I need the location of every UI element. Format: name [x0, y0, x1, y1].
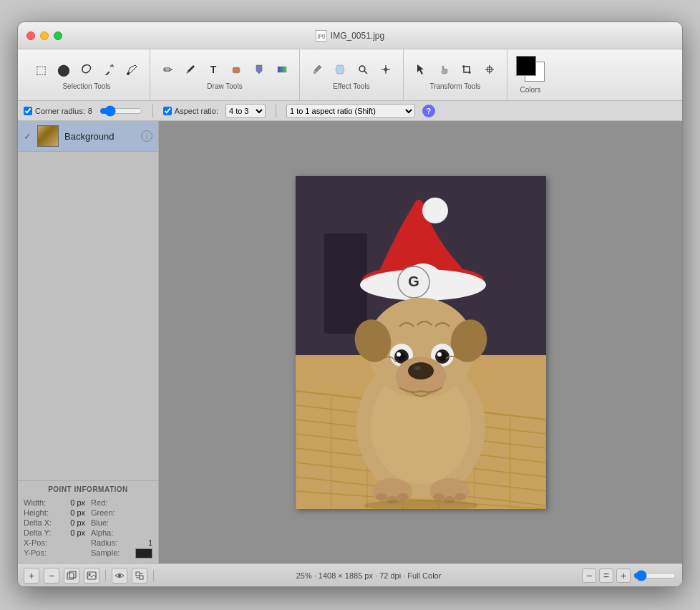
cursor-tool[interactable] — [411, 59, 431, 79]
arrange-button[interactable] — [132, 568, 147, 584]
blur-tool[interactable] — [330, 59, 350, 79]
green-row: Green: — [91, 508, 152, 518]
pencil-tool[interactable]: ✏ — [157, 59, 178, 79]
svg-point-51 — [437, 352, 442, 357]
main-area: ✓ Background i POINT INFORMATION Width: … — [18, 121, 682, 563]
height-label: Height: — [24, 508, 59, 517]
eyedropper-tool[interactable] — [307, 59, 327, 79]
text-tool[interactable]: T — [203, 59, 223, 79]
width-label: Width: — [24, 498, 59, 507]
duplicate-icon — [67, 571, 77, 581]
transform-tools-group: Transform Tools — [404, 49, 507, 100]
zoom-out-button[interactable]: − — [582, 568, 596, 583]
aspect-ratio-checkbox[interactable] — [163, 107, 172, 115]
svg-rect-70 — [140, 576, 143, 579]
zoom-in-button[interactable]: + — [616, 568, 631, 583]
draw-tools-label: Draw Tools — [207, 82, 242, 90]
svg-point-68 — [118, 574, 121, 577]
layers-sidebar: ✓ Background i POINT INFORMATION Width: … — [18, 121, 159, 563]
elliptical-select-tool[interactable]: ⬤ — [54, 59, 74, 79]
aspect-ratio-label: Aspect ratio: — [163, 107, 218, 115]
corner-radius-checkbox[interactable] — [24, 107, 32, 115]
minimize-button[interactable] — [40, 32, 49, 40]
magic-wand-icon — [104, 64, 115, 75]
crop-tool[interactable] — [457, 59, 477, 79]
canvas-area[interactable]: G — [159, 121, 682, 563]
point-info-panel: POINT INFORMATION Width: 0 px Height: 0 … — [18, 480, 158, 563]
delta-y-row: Delta Y: 0 px — [24, 528, 85, 538]
layer-visibility-check[interactable]: ✓ — [24, 131, 31, 142]
cursor-icon — [415, 64, 427, 75]
paintbrush-tool[interactable] — [180, 59, 200, 79]
delta-y-value: 0 px — [70, 528, 85, 537]
aspect-ratio-select[interactable]: 4 to 3 1 to 1 16 to 9 Free — [225, 104, 266, 118]
red-row: Red: — [91, 498, 152, 508]
green-label: Green: — [91, 508, 127, 517]
maximize-button[interactable] — [54, 32, 62, 40]
close-button[interactable] — [26, 32, 35, 40]
path-tool-icon — [127, 64, 138, 75]
svg-line-3 — [112, 64, 113, 66]
constraint-select[interactable]: 1 to 1 aspect ratio (Shift) Free aspect … — [286, 104, 415, 118]
pug-illustration: G — [296, 176, 546, 509]
add-layer-button[interactable]: + — [24, 568, 39, 584]
foreground-color-swatch[interactable] — [516, 56, 536, 76]
color-swatches[interactable] — [516, 56, 545, 82]
svg-point-54 — [414, 366, 421, 370]
svg-rect-64 — [67, 573, 74, 579]
zoom-fit-button[interactable]: = — [599, 568, 613, 583]
pencil-path-tool[interactable] — [122, 59, 142, 79]
layer-image-icon — [87, 571, 97, 581]
svg-rect-5 — [233, 67, 240, 73]
zoom-slider[interactable] — [633, 570, 676, 581]
point-info-title: POINT INFORMATION — [24, 485, 152, 493]
fill-tool[interactable] — [249, 59, 269, 79]
corner-radius-slider[interactable] — [99, 105, 142, 117]
shape-tool[interactable] — [226, 59, 246, 79]
svg-point-4 — [127, 72, 130, 75]
layer-info-button[interactable]: i — [141, 130, 152, 142]
status-info: 25% · 1408 × 1885 px · 72 dpi · Full Col… — [160, 571, 578, 580]
alpha-label: Alpha: — [91, 528, 127, 537]
divider-2 — [276, 105, 276, 117]
remove-layer-button[interactable]: − — [44, 568, 59, 584]
layer-image-button[interactable] — [84, 568, 99, 584]
hand-tool[interactable] — [434, 59, 454, 79]
svg-point-47 — [397, 352, 401, 357]
gradient-icon — [276, 64, 288, 75]
x-pos-label: X-Pos: — [24, 538, 59, 547]
rectangular-select-tool[interactable]: ⬚ — [31, 59, 51, 79]
file-type-icon: jpg — [316, 30, 327, 42]
options-bar: Corner radius: 8 Aspect ratio: 4 to 3 1 … — [18, 101, 682, 121]
colors-label: Colors — [520, 86, 541, 94]
gradient-tool[interactable] — [272, 59, 292, 79]
sample-swatch — [135, 548, 152, 558]
y-pos-label: Y-Pos: — [24, 548, 59, 557]
blue-label: Blue: — [91, 518, 127, 527]
transform-tool[interactable] — [480, 59, 500, 79]
layer-item[interactable]: ✓ Background i — [18, 121, 158, 152]
effect-tools-label: Effect Tools — [333, 82, 369, 90]
svg-rect-69 — [136, 572, 140, 576]
magic-wand-tool[interactable] — [99, 59, 120, 79]
delta-x-value: 0 px — [70, 518, 85, 527]
sample-row: Sample: — [91, 548, 152, 559]
x-pos-row: X-Pos: — [24, 538, 85, 548]
radius-label: Radius: — [91, 538, 127, 547]
eye-icon — [115, 571, 125, 581]
eye-toggle-button[interactable] — [112, 568, 127, 584]
delta-x-label: Delta X: — [24, 518, 59, 527]
crosshair-icon — [380, 64, 392, 75]
crosshair-tool[interactable] — [376, 59, 396, 79]
duplicate-layer-button[interactable] — [64, 568, 79, 584]
svg-point-59 — [397, 493, 409, 500]
zoom-tool[interactable] — [353, 59, 373, 79]
svg-rect-6 — [278, 67, 286, 72]
crop-icon — [461, 64, 472, 75]
help-button[interactable]: ? — [422, 105, 435, 117]
paintbrush-icon — [185, 64, 196, 75]
lasso-icon — [81, 64, 92, 75]
lasso-tool[interactable] — [77, 59, 97, 79]
selection-tool-icons: ⬚ ⬤ — [31, 59, 142, 79]
svg-point-7 — [359, 66, 365, 72]
